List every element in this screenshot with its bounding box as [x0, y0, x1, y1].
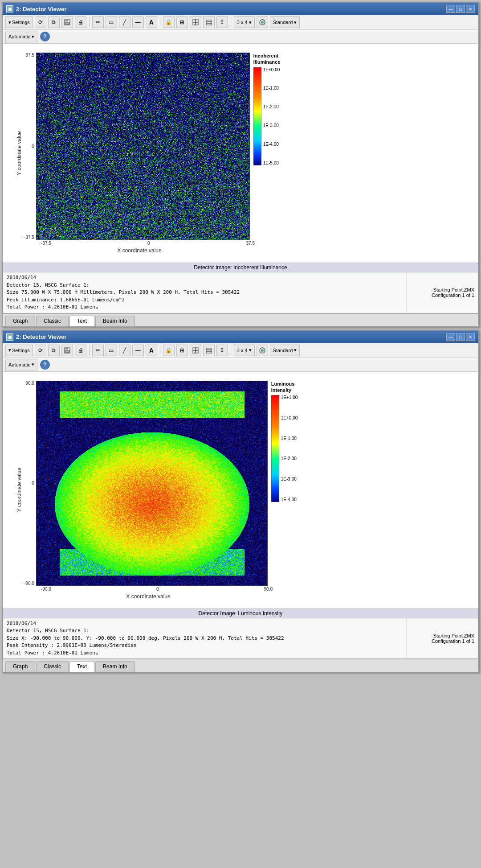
refresh-btn-2[interactable]: ⟳: [35, 345, 46, 356]
rectangle-btn-1[interactable]: ▭: [106, 16, 117, 28]
print-btn-1[interactable]: 🖨: [75, 16, 86, 28]
auto-dropdown-arrow-1: ▾: [32, 34, 34, 40]
maximize-btn-2[interactable]: □: [456, 333, 465, 341]
sep-2c: [231, 346, 231, 355]
dots-btn-1[interactable]: ⠿: [216, 16, 228, 28]
automatic-btn-2[interactable]: Automatic ▾: [5, 359, 37, 370]
plot-top-1: 37.5 0 -37.5 IncoherentIlluminance: [24, 53, 280, 240]
tab-beaminfo-1[interactable]: Beam Info: [95, 316, 135, 326]
x-axis-label-2: X coordinate value: [41, 593, 256, 600]
info-right1-1: Starting Point.ZMX: [411, 287, 474, 292]
lock-btn-1[interactable]: 🔒: [163, 16, 175, 28]
grid-size-btn-1[interactable]: 3 x 4 ▾: [234, 16, 255, 28]
minimize-btn-2[interactable]: —: [446, 333, 455, 341]
info-line3-1: Size 75.000 W X 75.000 H Millimeters, Pi…: [7, 289, 403, 296]
x-tick-min-2: -90.0: [41, 587, 51, 592]
colorbar-canvas-2: [271, 395, 279, 502]
colorbar-canvas-1: [253, 67, 261, 165]
settings-arrow-icon-1: ▾: [8, 20, 11, 25]
text-tool-btn-2[interactable]: A: [146, 345, 157, 356]
info-line5-2: Total Power : 4.2610E-01 Lumens: [7, 650, 403, 657]
save-btn-1[interactable]: [61, 16, 73, 28]
info-line1-1: 2018/06/14: [7, 274, 403, 282]
info-right2-2: Configuration 1 of 1: [411, 638, 474, 644]
print-btn-2[interactable]: 🖨: [75, 345, 86, 356]
minimize-btn-1[interactable]: —: [446, 5, 455, 13]
close-btn-1[interactable]: ✕: [466, 5, 475, 13]
grid-btn-2[interactable]: ⊞: [176, 345, 188, 356]
rectangle-btn-2[interactable]: ▭: [106, 345, 117, 356]
settings-btn-1[interactable]: ▾ Settings: [5, 16, 33, 28]
settings-btn-2[interactable]: ▾ Settings: [5, 345, 33, 356]
diagonal-line-btn-2[interactable]: ╱: [119, 345, 130, 356]
svg-rect-15: [193, 348, 196, 350]
colorbar-title-2: LuminousIntensity: [271, 381, 295, 394]
refresh-btn-1[interactable]: ⟳: [35, 16, 46, 28]
svg-rect-20: [206, 350, 212, 351]
svg-rect-5: [193, 22, 196, 25]
grid-dropdown-arrow-2: ▾: [249, 347, 252, 353]
svg-rect-6: [196, 22, 198, 25]
tabs-bar-1: Graph Classic Text Beam Info: [3, 313, 478, 326]
layers-btn-2[interactable]: [203, 345, 215, 356]
tab-classic-1[interactable]: Classic: [36, 316, 69, 326]
plot-image-1: [36, 53, 250, 240]
text-tool-btn-1[interactable]: A: [146, 16, 157, 28]
automatic-btn-1[interactable]: Automatic ▾: [5, 31, 37, 42]
reset-btn-1[interactable]: [257, 16, 268, 28]
help-btn-1[interactable]: ?: [40, 32, 50, 41]
tabs-bar-2: Graph Classic Text Beam Info: [3, 659, 478, 672]
detector-canvas-2: [36, 381, 268, 586]
dots-btn-2[interactable]: ⠿: [216, 345, 228, 356]
copy-btn-1[interactable]: ⧉: [48, 16, 60, 28]
x-tick-max-1: 37.5: [246, 241, 255, 246]
info-line4-2: Peak Intensity : 2.9961E+00 Lumens/Stera…: [7, 642, 403, 650]
window-icon-2: ▣: [6, 333, 13, 341]
grid-size-btn-2[interactable]: 3 x 4 ▾: [234, 345, 255, 356]
info-line3-2: Size X: -90.000 to 90.000, Y: -90.000 to…: [7, 635, 403, 642]
tab-text-2[interactable]: Text: [69, 661, 94, 672]
stack-btn-2[interactable]: [190, 345, 201, 356]
plot-left-2: Y coordinate value 90.0 0 -90.0 Luminous…: [16, 381, 298, 600]
grid-btn-1[interactable]: ⊞: [176, 16, 188, 28]
pencil-btn-1[interactable]: ✏: [92, 16, 104, 28]
svg-rect-9: [206, 24, 212, 25]
diagonal-line-btn-1[interactable]: ╱: [119, 16, 130, 28]
y-axis-label-2: Y coordinate value: [16, 468, 22, 512]
pencil-btn-2[interactable]: ✏: [92, 345, 104, 356]
colorbar-labels-1: 1E+0.00 1E-1.00 1E-2.00 1E-3.00 1E-4.00 …: [261, 67, 280, 165]
svg-rect-17: [193, 350, 196, 353]
layers-btn-1[interactable]: [203, 16, 215, 28]
standard-btn-2[interactable]: Standard ▾: [270, 345, 300, 356]
title-bar-left-2: ▣ 2: Detector Viewer: [6, 333, 66, 341]
cb-label-2-6: 1E-4.00: [281, 497, 298, 502]
y-tick-mid-1: 0: [32, 144, 34, 149]
tab-graph-1[interactable]: Graph: [5, 316, 35, 326]
standard-btn-1[interactable]: Standard ▾: [270, 16, 300, 28]
stack-btn-1[interactable]: [190, 16, 201, 28]
y-axis-ticks-2: 90.0 0 -90.0: [24, 381, 36, 586]
save-icon-2: [64, 347, 70, 354]
tab-beaminfo-2[interactable]: Beam Info: [95, 661, 135, 672]
tab-classic-2[interactable]: Classic: [36, 661, 69, 672]
window-title-1: 2: Detector Viewer: [16, 6, 66, 12]
svg-rect-1: [65, 20, 68, 21]
lock-btn-2[interactable]: 🔒: [163, 345, 175, 356]
tab-graph-2[interactable]: Graph: [5, 661, 35, 672]
plot-with-axes-2: 90.0 0 -90.0 LuminousIntensity: [24, 381, 298, 600]
tab-text-1[interactable]: Text: [69, 316, 94, 326]
sep-1a: [89, 17, 90, 27]
help-btn-2[interactable]: ?: [40, 360, 50, 370]
horiz-line-btn-1[interactable]: —: [132, 16, 144, 28]
cb-label-2-1: 1E+1.00: [281, 395, 298, 400]
reset-btn-2[interactable]: [257, 345, 268, 356]
copy-btn-2[interactable]: ⧉: [48, 345, 60, 356]
info-right-2: Starting Point.ZMX Configuration 1 of 1: [407, 618, 478, 659]
reset-icon-2: [259, 347, 266, 354]
horiz-line-btn-2[interactable]: —: [132, 345, 144, 356]
maximize-btn-1[interactable]: □: [456, 5, 465, 13]
cb-label-2-4: 1E-2.00: [281, 456, 298, 461]
close-btn-2[interactable]: ✕: [466, 333, 475, 341]
info-line5-1: Total Power : 4.2610E-01 Lumens: [7, 304, 403, 311]
save-btn-2[interactable]: [61, 345, 73, 356]
